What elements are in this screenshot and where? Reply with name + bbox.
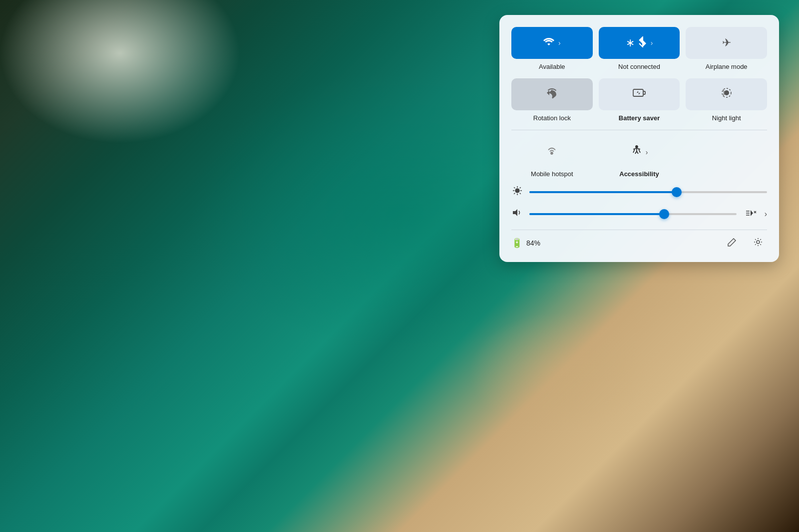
svg-line-12 [520,193,521,194]
svg-point-22 [757,241,760,244]
bt-symbol [639,36,647,50]
wifi-label: Available [539,63,565,70]
volume-slider-row: › [511,208,767,220]
night-light-button[interactable] [686,78,767,110]
airplane-tile: ✈ Airplane mode [686,27,767,70]
brightness-fill [529,191,677,193]
quick-settings-row-1: › Available ∗ › Not connected ✈ [511,27,767,70]
brightness-track [529,191,767,193]
rotation-button[interactable] [511,78,593,110]
sliders-section: › [511,186,767,220]
volume-fill [529,213,664,215]
brightness-icon [511,186,523,198]
battery-status-icon: 🔋 [511,238,522,249]
svg-point-5 [636,146,638,148]
hotspot-icon [546,145,558,159]
volume-slider-container[interactable] [529,209,737,219]
quick-settings-row-3: Mobile hotspot › Accessibility [511,138,767,178]
settings-button[interactable] [749,234,767,252]
night-light-tile: Night light [686,78,767,122]
bluetooth-icon: ∗ [626,36,635,49]
volume-thumb[interactable] [659,209,669,219]
svg-marker-19 [751,210,753,216]
gear-icon [754,238,763,249]
wifi-icon [543,37,554,49]
volume-end-icon[interactable] [743,209,757,220]
bluetooth-button[interactable]: ∗ › [599,27,680,59]
wifi-button[interactable]: › [511,27,593,59]
bluetooth-label: Not connected [618,63,660,70]
svg-line-14 [514,193,515,194]
airplane-icon: ✈ [722,36,731,49]
svg-marker-15 [513,209,517,216]
rotation-label: Rotation lock [533,114,571,122]
edit-button[interactable] [723,234,741,252]
rotation-icon [546,87,558,102]
airplane-button[interactable]: ✈ [686,27,767,59]
volume-chevron[interactable]: › [765,210,767,219]
battery-saver-tile: Battery saver [599,78,680,122]
battery-saver-button[interactable] [599,78,680,110]
battery-saver-label: Battery saver [619,114,660,122]
battery-info: 🔋 84% [511,238,540,249]
divider-1 [511,130,767,130]
hotspot-label: Mobile hotspot [531,170,573,178]
accessibility-button[interactable]: › [599,138,680,166]
bluetooth-tile: ∗ › Not connected [599,27,680,70]
quick-settings-row-2: Rotation lock Battery saver [511,78,767,122]
footer-row: 🔋 84% [511,230,767,252]
volume-track [529,213,737,215]
svg-point-4 [551,152,553,154]
brightness-thumb[interactable] [672,187,682,197]
svg-point-6 [515,189,519,193]
accessibility-chevron: › [646,148,648,156]
edit-icon [728,238,737,249]
battery-percentage: 84% [526,239,540,247]
bt-chevron-icon: › [651,39,653,47]
wifi-tile: › Available [511,27,593,70]
night-light-label: Night light [712,114,741,122]
accessibility-label: Accessibility [619,170,659,178]
hotspot-tile: Mobile hotspot [511,138,593,178]
quick-settings-panel: › Available ∗ › Not connected ✈ [499,15,779,262]
svg-line-13 [520,187,521,188]
hotspot-button[interactable] [511,138,593,166]
accessibility-tile: › Accessibility [599,138,680,178]
volume-icon [511,208,523,220]
footer-actions [723,234,767,252]
svg-rect-1 [643,91,645,94]
accessibility-icon [631,145,643,160]
brightness-slider-row [511,186,767,198]
night-light-icon [721,87,732,101]
svg-line-11 [514,187,515,188]
airplane-label: Airplane mode [706,63,748,70]
svg-point-2 [724,90,729,95]
brightness-slider-container[interactable] [529,187,767,197]
wifi-chevron-icon: › [558,39,561,47]
battery-saver-icon [633,87,646,101]
rotation-tile: Rotation lock [511,78,593,122]
